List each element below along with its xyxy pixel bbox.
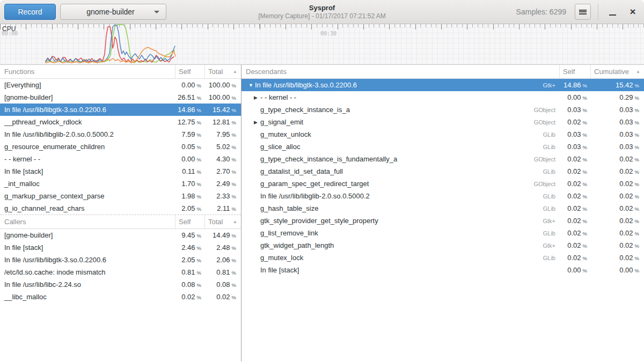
- library-category: Gtk+: [543, 242, 559, 249]
- tree-row[interactable]: g_datalist_id_set_data_full GLib 0.02% 0…: [241, 165, 644, 178]
- callers-self-column-header[interactable]: Self: [175, 215, 204, 228]
- titlebar: Record gnome-builder Sysprof [Memory Cap…: [0, 0, 644, 24]
- self-percent: 2.05%: [175, 204, 204, 212]
- descendants-header: Descendants Self Cumulative ▲: [241, 65, 644, 79]
- descendants-table: Descendants Self Cumulative ▲ ▼ In file …: [241, 65, 644, 361]
- functions-rows: [Everything] 0.00% 100.00% [gnome-builde…: [0, 79, 241, 215]
- total-percent: 4.30%: [204, 155, 241, 163]
- self-percent: 0.02%: [559, 229, 590, 237]
- tree-row[interactable]: g_mutex_unlock GLib 0.03% 0.03%: [241, 128, 644, 141]
- table-row[interactable]: g_markup_parse_context_parse 1.98% 2.33%: [0, 190, 241, 202]
- self-percent: 26.51%: [175, 93, 204, 101]
- callers-total-column-header[interactable]: Total ▲: [204, 215, 241, 228]
- tree-row[interactable]: In file [stack] 0.00% 0.00%: [241, 264, 644, 276]
- tree-row[interactable]: g_hash_table_size GLib 0.02% 0.02%: [241, 202, 644, 215]
- cumulative-percent: 0.02%: [590, 180, 644, 188]
- tree-row[interactable]: ▼ In file /usr/lib/libgtk-3.so.0.2200.6 …: [241, 79, 644, 91]
- table-row[interactable]: g_io_channel_read_chars 2.05% 2.11%: [0, 202, 241, 215]
- function-name: In file [stack]: [260, 266, 299, 274]
- expander-icon[interactable]: ▼: [248, 83, 255, 88]
- process-selector-label: gnome-builder: [67, 8, 154, 16]
- expander-icon[interactable]: ▶: [254, 120, 260, 125]
- self-percent: 0.05%: [175, 143, 204, 151]
- self-percent: 0.02%: [175, 293, 204, 301]
- tree-row[interactable]: g_slice_alloc GLib 0.03% 0.03%: [241, 141, 644, 153]
- table-row[interactable]: In file /usr/lib/libgtk-3.so.0.2200.6 14…: [0, 104, 241, 116]
- table-row[interactable]: __pthread_rwlock_rdlock 12.75% 12.81%: [0, 116, 241, 128]
- tree-row[interactable]: ▶ g_signal_emit GObject 0.02% 0.03%: [241, 116, 644, 128]
- tree-row[interactable]: g_list_remove_link GLib 0.02% 0.02%: [241, 227, 644, 239]
- library-category: GLib: [543, 230, 559, 237]
- self-percent: 0.00%: [559, 266, 590, 274]
- table-row[interactable]: g_resource_enumerate_children 0.05% 5.02…: [0, 141, 241, 153]
- cumulative-percent: 15.42%: [590, 81, 644, 89]
- function-name: In file /usr/lib/libglib-2.0.so.0.5000.2: [0, 130, 175, 138]
- callers-table: Callers Self Total ▲ [gnome-builder] 9.4…: [0, 215, 241, 303]
- library-category: Gtk+: [543, 218, 559, 224]
- self-percent: 2.05%: [175, 256, 204, 264]
- cumulative-percent: 0.02%: [590, 204, 644, 212]
- function-name: g_list_remove_link: [260, 229, 318, 237]
- function-name: g_hash_table_size: [260, 204, 318, 212]
- functions-column-header[interactable]: Functions: [0, 68, 175, 76]
- hamburger-icon: [579, 9, 587, 15]
- app-title: Sysprof: [309, 4, 335, 12]
- close-icon: ×: [630, 6, 635, 18]
- time-label-mid: 00:30: [320, 31, 336, 36]
- self-percent: 9.45%: [175, 231, 204, 239]
- cpu-graph[interactable]: CPU 00:00 00:30: [0, 24, 644, 65]
- tree-row[interactable]: g_mutex_lock GLib 0.02% 0.02%: [241, 252, 644, 264]
- total-percent: 0.02%: [204, 293, 241, 301]
- table-row[interactable]: - - kernel - - 0.00% 4.30%: [0, 153, 241, 165]
- table-row[interactable]: In file /usr/lib/libgtk-3.so.0.2200.6 2.…: [0, 254, 241, 266]
- tree-row[interactable]: gtk_style_provider_get_style_property Gt…: [241, 215, 644, 227]
- functions-self-column-header[interactable]: Self: [175, 65, 204, 78]
- descendants-cumulative-column-header[interactable]: Cumulative ▲: [590, 65, 644, 78]
- self-percent: 0.02%: [559, 167, 590, 175]
- cumulative-percent: 0.03%: [590, 130, 644, 138]
- functions-total-column-header[interactable]: Total ▲: [204, 65, 241, 78]
- table-row[interactable]: In file /usr/lib/libglib-2.0.so.0.5000.2…: [0, 128, 241, 141]
- table-row[interactable]: In file [stack] 2.46% 2.48%: [0, 241, 241, 254]
- total-percent: 7.95%: [204, 130, 241, 138]
- tree-row[interactable]: gtk_widget_path_length Gtk+ 0.02% 0.02%: [241, 239, 644, 252]
- time-label-start: 00:00: [2, 31, 18, 36]
- self-percent: 0.11%: [175, 167, 204, 175]
- tree-row[interactable]: g_param_spec_get_redirect_target GObject…: [241, 178, 644, 190]
- menu-button[interactable]: [575, 4, 591, 20]
- record-button[interactable]: Record: [4, 4, 56, 20]
- table-row[interactable]: __libc_malloc 0.02% 0.02%: [0, 291, 241, 303]
- process-selector-dropdown[interactable]: gnome-builder: [60, 4, 166, 20]
- descendants-self-column-header[interactable]: Self: [559, 65, 590, 78]
- total-percent: 2.48%: [204, 243, 241, 252]
- self-percent: 1.98%: [175, 192, 204, 200]
- close-button[interactable]: ×: [626, 4, 640, 20]
- cumulative-percent: 0.02%: [590, 155, 644, 163]
- capture-subtitle: [Memory Capture] - 01/17/2017 07:21:52 A…: [258, 12, 385, 20]
- function-name: - - kernel - -: [0, 155, 175, 163]
- tree-row[interactable]: g_type_check_instance_is_a GObject 0.03%…: [241, 104, 644, 116]
- callers-column-header[interactable]: Callers: [0, 218, 175, 226]
- table-row[interactable]: In file /usr/lib/libc-2.24.so 0.08% 0.08…: [0, 278, 241, 291]
- descendants-column-header[interactable]: Descendants: [241, 68, 559, 76]
- titlebar-separator: [598, 4, 598, 20]
- function-name: [gnome-builder]: [0, 93, 175, 101]
- tree-row[interactable]: In file /usr/lib/libglib-2.0.so.0.5000.2…: [241, 190, 644, 202]
- functions-header: Functions Self Total ▲: [0, 65, 241, 79]
- total-percent: 14.49%: [204, 231, 241, 239]
- table-row[interactable]: /etc/ld.so.cache: inode mismatch 0.81% 0…: [0, 266, 241, 278]
- expander-icon[interactable]: ▶: [254, 95, 260, 100]
- tree-row[interactable]: g_type_check_instance_is_fundamentally_a…: [241, 153, 644, 165]
- library-category: GLib: [543, 168, 559, 175]
- table-row[interactable]: [Everything] 0.00% 100.00%: [0, 79, 241, 91]
- tree-row[interactable]: ▶ - - kernel - - 0.00% 0.29%: [241, 91, 644, 104]
- function-name: In file /usr/lib/libgtk-3.so.0.2200.6: [0, 106, 175, 114]
- function-name: g_io_channel_read_chars: [0, 204, 175, 212]
- table-row[interactable]: _int_malloc 1.70% 2.49%: [0, 178, 241, 190]
- cumulative-percent: 0.02%: [590, 241, 644, 249]
- table-row[interactable]: [gnome-builder] 26.51% 100.00%: [0, 91, 241, 104]
- minimize-button[interactable]: [605, 4, 619, 20]
- table-row[interactable]: [gnome-builder] 9.45% 14.49%: [0, 229, 241, 241]
- table-row[interactable]: In file [stack] 0.11% 2.70%: [0, 165, 241, 178]
- self-percent: 7.59%: [175, 130, 204, 138]
